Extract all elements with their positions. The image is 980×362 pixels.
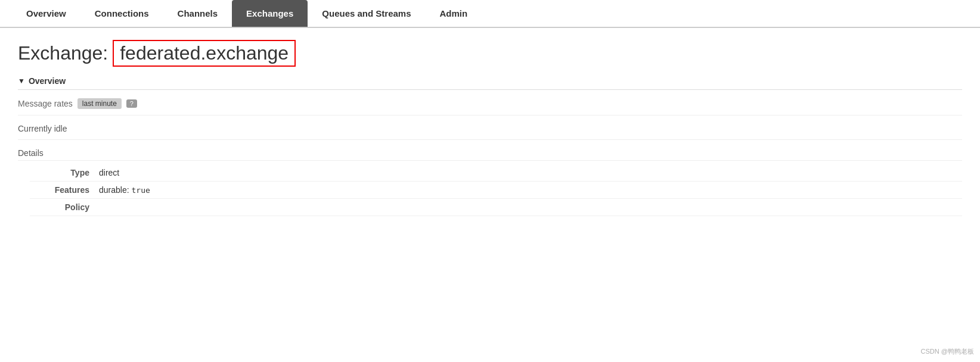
details-row-policy: Policy	[30, 199, 962, 216]
page-content: Exchange: federated.exchange ▼ Overview …	[0, 28, 980, 236]
currently-idle-text: Currently idle	[18, 124, 962, 140]
tab-overview[interactable]: Overview	[12, 0, 80, 27]
details-row-type: Type direct	[30, 164, 962, 182]
help-badge[interactable]: ?	[126, 99, 137, 108]
last-minute-badge[interactable]: last minute	[77, 98, 122, 109]
details-policy-key: Policy	[30, 202, 89, 212]
exchange-title-row: Exchange: federated.exchange	[18, 40, 962, 67]
chevron-down-icon: ▼	[18, 77, 25, 85]
tab-connections[interactable]: Connections	[80, 0, 163, 27]
details-type-key: Type	[30, 168, 89, 177]
details-table: Type direct Features durable: true Polic…	[30, 164, 962, 216]
overview-content: Message rates last minute ? Currently id…	[18, 90, 962, 224]
features-value: true	[131, 186, 150, 195]
details-type-value: direct	[99, 168, 119, 177]
details-features-value: durable: true	[99, 185, 150, 195]
tab-queues-streams[interactable]: Queues and Streams	[308, 0, 425, 27]
exchange-label: Exchange:	[18, 42, 108, 64]
details-label: Details	[18, 148, 962, 161]
exchange-name: federated.exchange	[113, 40, 296, 67]
overview-section-header[interactable]: ▼ Overview	[18, 73, 962, 89]
overview-section-label: Overview	[29, 76, 66, 86]
tab-channels[interactable]: Channels	[163, 0, 232, 27]
message-rates-row: Message rates last minute ?	[18, 98, 962, 116]
features-prefix: durable:	[99, 185, 129, 195]
nav-bar: Overview Connections Channels Exchanges …	[0, 0, 980, 28]
tab-exchanges[interactable]: Exchanges	[232, 0, 308, 27]
details-row-features: Features durable: true	[30, 182, 962, 199]
message-rates-label: Message rates	[18, 99, 73, 108]
details-features-key: Features	[30, 185, 89, 195]
tab-admin[interactable]: Admin	[426, 0, 482, 27]
